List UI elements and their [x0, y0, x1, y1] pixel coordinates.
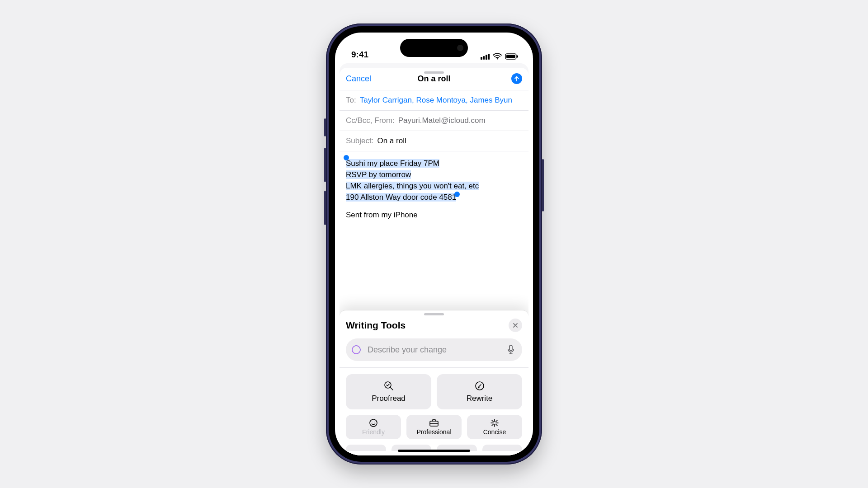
selection-start-handle[interactable] [344, 155, 349, 160]
selected-text-line[interactable]: 190 Allston Way door code 4581 [346, 193, 456, 202]
compose-sheet: Cancel On a roll To: Taylor Carrigan, Ro… [340, 68, 528, 455]
home-indicator[interactable] [398, 450, 470, 452]
rewrite-label: Rewrite [467, 394, 493, 403]
close-icon [513, 323, 518, 328]
proofread-label: Proofread [372, 394, 406, 403]
compose-header: Cancel On a roll [340, 68, 528, 90]
volume-mute-switch [324, 118, 326, 136]
svg-rect-7 [509, 345, 512, 351]
svg-point-12 [374, 422, 375, 422]
concise-button[interactable]: Concise [467, 415, 522, 439]
selected-text-line[interactable]: Sushi my place Friday 7PM [346, 159, 439, 168]
subject-label: Subject: [346, 136, 373, 145]
svg-point-0 [497, 58, 498, 60]
signature[interactable]: Sent from my iPhone [346, 209, 522, 221]
writing-tools-title: Writing Tools [346, 320, 406, 331]
writing-tools-sheet: Writing Tools [340, 310, 528, 455]
status-time: 9:41 [351, 50, 368, 60]
subject-row[interactable]: Subject: On a roll [340, 131, 528, 151]
send-button[interactable] [511, 73, 522, 84]
arrow-up-icon [514, 76, 519, 81]
svg-point-11 [372, 422, 373, 422]
wifi-icon [493, 53, 502, 60]
writing-tools-grabber[interactable] [424, 313, 444, 315]
selected-text-line[interactable]: LMK allergies, things you won't eat, etc [346, 182, 479, 190]
cellular-icon [481, 53, 490, 60]
dynamic-island [400, 39, 468, 57]
subject-value[interactable]: On a roll [377, 136, 406, 145]
cancel-button[interactable]: Cancel [346, 74, 371, 84]
friendly-button[interactable]: Friendly [346, 415, 401, 439]
recipients[interactable]: Taylor Carrigan, Rose Montoya, James Byu… [360, 96, 512, 105]
from-address: Payuri.Matel@icloud.com [398, 116, 486, 125]
professional-label: Professional [416, 428, 451, 436]
battery-icon [505, 53, 519, 60]
volume-down-button [324, 191, 326, 225]
svg-rect-3 [517, 56, 519, 58]
ccbcc-from-row[interactable]: Cc/Bcc, From: Payuri.Matel@icloud.com [340, 110, 528, 131]
smile-icon [369, 418, 378, 427]
svg-point-6 [351, 344, 361, 355]
side-button [542, 159, 544, 211]
rewrite-icon [474, 380, 485, 391]
svg-point-5 [351, 344, 361, 355]
prompt-input[interactable] [367, 345, 502, 355]
svg-rect-2 [506, 55, 515, 58]
prompt-field[interactable] [346, 338, 522, 361]
close-button[interactable] [509, 319, 522, 332]
proofread-button[interactable]: Proofread [346, 374, 431, 409]
apple-intelligence-icon [350, 344, 362, 356]
magnifier-check-icon [383, 380, 394, 391]
volume-up-button [324, 148, 326, 182]
phone-bezel: 9:41 [329, 26, 539, 462]
phone-frame: 9:41 [326, 23, 542, 465]
rewrite-button[interactable]: Rewrite [437, 374, 522, 409]
briefcase-icon [429, 418, 439, 427]
phone-screen: 9:41 [335, 33, 533, 455]
divider [340, 367, 528, 368]
selection-end-handle[interactable] [454, 192, 460, 197]
recipients-row[interactable]: To: Taylor Carrigan, Rose Montoya, James… [340, 90, 528, 110]
compose-title: On a roll [417, 74, 450, 84]
ccbcc-label: Cc/Bcc, From: [346, 116, 395, 125]
professional-button[interactable]: Professional [406, 415, 462, 439]
concise-icon [490, 418, 499, 427]
mic-icon[interactable] [507, 345, 515, 355]
status-icons [481, 53, 519, 60]
concise-label: Concise [483, 428, 506, 436]
selected-text-line[interactable]: RSVP by tomorrow [346, 170, 411, 179]
svg-point-10 [370, 419, 377, 427]
to-label: To: [346, 96, 356, 105]
friendly-label: Friendly [362, 428, 385, 436]
